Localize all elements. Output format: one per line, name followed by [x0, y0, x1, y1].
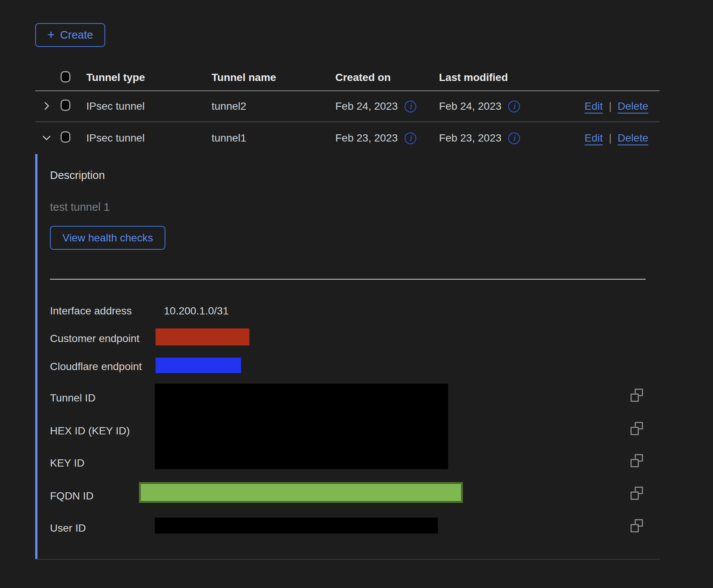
delete-link[interactable]: Delete	[618, 132, 648, 144]
header-tunnel-type: Tunnel type	[86, 72, 212, 84]
description-value: test tunnel 1	[50, 201, 110, 213]
info-icon[interactable]: i	[405, 101, 416, 112]
copy-icon[interactable]	[630, 389, 643, 402]
create-button[interactable]: + Create	[35, 23, 105, 47]
cell-tunnel-name: tunnel1	[212, 132, 335, 144]
select-all-checkbox[interactable]	[61, 71, 70, 82]
header-tunnel-name: Tunnel name	[212, 72, 335, 84]
redacted-tunnel-hex-key-ids	[155, 384, 448, 469]
field-label-interface-address: Interface address	[50, 305, 132, 317]
redacted-customer-endpoint	[156, 328, 249, 345]
cell-last-modified: Feb 23, 2023	[439, 132, 501, 144]
field-label-user-id: User ID	[50, 522, 86, 534]
view-health-checks-button[interactable]: View health checks	[50, 226, 165, 250]
expanded-indicator-bar	[35, 154, 37, 559]
detail-divider	[50, 279, 646, 280]
collapse-row-button[interactable]	[41, 132, 52, 145]
field-label-key-id: KEY ID	[50, 457, 84, 469]
tunnel-detail-panel: Description test tunnel 1 View health ch…	[35, 154, 660, 560]
header-last-modified: Last modified	[439, 72, 560, 84]
delete-link[interactable]: Delete	[618, 100, 648, 112]
field-label-hex-id: HEX ID (KEY ID)	[50, 425, 130, 437]
create-button-label: Create	[60, 29, 93, 41]
expand-row-button[interactable]	[41, 100, 52, 113]
copy-icon[interactable]	[630, 519, 643, 532]
edit-link[interactable]: Edit	[585, 100, 603, 112]
plus-icon: +	[47, 28, 55, 41]
tunnels-table: Tunnel type Tunnel name Created on Last …	[35, 64, 660, 560]
action-separator: |	[609, 100, 612, 112]
redacted-cloudflare-endpoint	[156, 358, 241, 373]
copy-icon[interactable]	[630, 487, 643, 500]
cell-tunnel-name: tunnel2	[212, 100, 335, 112]
header-created-on: Created on	[335, 72, 439, 84]
chevron-right-icon	[41, 100, 52, 113]
table-row: IPsec tunnel tunnel1 Feb 23, 2023 i Feb …	[35, 122, 660, 154]
edit-link[interactable]: Edit	[585, 132, 603, 144]
description-label: Description	[50, 169, 105, 182]
field-label-tunnel-id: Tunnel ID	[50, 392, 95, 404]
tunnels-page: + Create Tunnel type Tunnel name Created…	[35, 0, 660, 560]
redacted-user-id	[155, 518, 438, 534]
field-label-cloudflare-endpoint: Cloudflare endpoint	[50, 361, 142, 373]
cell-created-on: Feb 24, 2023	[335, 100, 398, 112]
field-label-fqdn-id: FQDN ID	[50, 490, 93, 502]
cell-tunnel-type: IPsec tunnel	[86, 132, 212, 144]
cell-last-modified: Feb 24, 2023	[439, 100, 501, 112]
info-icon[interactable]: i	[508, 101, 520, 112]
field-label-customer-endpoint: Customer endpoint	[50, 333, 140, 345]
table-row: IPsec tunnel tunnel2 Feb 24, 2023 i Feb …	[35, 91, 660, 122]
field-value-interface-address: 10.200.1.0/31	[164, 305, 229, 317]
cell-created-on: Feb 23, 2023	[335, 132, 398, 144]
row-checkbox[interactable]	[61, 131, 70, 143]
info-icon[interactable]: i	[405, 132, 416, 144]
copy-icon[interactable]	[630, 422, 643, 435]
action-separator: |	[609, 132, 612, 144]
table-header-row: Tunnel type Tunnel name Created on Last …	[35, 64, 660, 91]
cell-tunnel-type: IPsec tunnel	[86, 100, 212, 112]
copy-icon[interactable]	[630, 454, 643, 467]
row-checkbox[interactable]	[61, 100, 70, 111]
redacted-fqdn-id	[139, 482, 463, 503]
info-icon[interactable]: i	[508, 132, 520, 144]
chevron-down-icon	[41, 132, 52, 145]
